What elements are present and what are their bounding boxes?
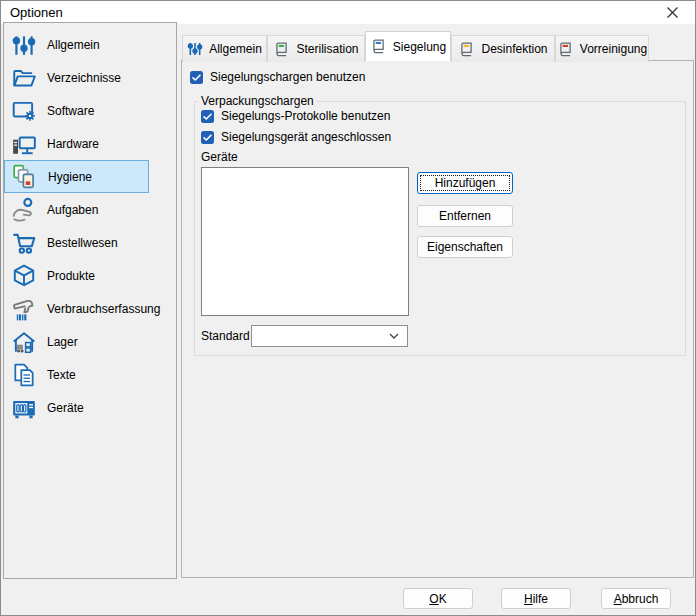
- checkbox-checked-icon: [201, 110, 214, 123]
- devices-label: Geräte: [201, 150, 238, 164]
- checkbox-siegelungschargen[interactable]: Siegelungschargen benutzen: [190, 70, 365, 84]
- ok-button-label: OK: [429, 592, 446, 606]
- remove-button[interactable]: Entfernen: [417, 205, 513, 227]
- sidebar-item-bestellwesen[interactable]: Bestellwesen: [4, 226, 149, 259]
- sidebar-item-label: Hygiene: [48, 170, 92, 184]
- tab-vorreinigung[interactable]: Vorreinigung: [555, 35, 649, 62]
- verpackungschargen-group: Verpackungschargen Siegelungs-Protokolle…: [194, 101, 686, 356]
- close-icon: [667, 7, 678, 18]
- machine-icon: [9, 394, 39, 421]
- add-button-label: Hinzufügen: [435, 176, 496, 190]
- sliders-icon: [187, 41, 203, 57]
- checkbox-checked-icon: [190, 71, 203, 84]
- folder-icon: [9, 64, 39, 91]
- tab-label: Siegelung: [393, 40, 446, 54]
- checkbox-checked-icon: [201, 131, 214, 144]
- sidebar-item-label: Software: [47, 104, 94, 118]
- sidebar-item-label: Aufgaben: [47, 203, 98, 217]
- checkbox-label: Siegelungs-Protokolle benutzen: [221, 109, 390, 123]
- standard-label: Standard: [201, 329, 250, 343]
- warehouse-icon: [9, 328, 39, 355]
- book-icon: [458, 41, 475, 58]
- tab-label: Allgemein: [209, 42, 262, 56]
- tab-siegelung[interactable]: Siegelung: [365, 31, 451, 61]
- close-button[interactable]: [650, 1, 695, 24]
- tab-desinfektion[interactable]: Desinfektion: [451, 35, 555, 62]
- group-title: Verpackungschargen: [198, 94, 317, 108]
- sidebar-item-label: Allgemein: [47, 38, 100, 52]
- sidebar-item-label: Produkte: [47, 269, 95, 283]
- sidebar-item-label: Lager: [47, 335, 78, 349]
- options-dialog: Optionen Allgemein: [0, 0, 696, 616]
- sidebar-item-lager[interactable]: Lager: [4, 325, 149, 358]
- checkbox-geraet-angeschlossen[interactable]: Siegelungsgerät angeschlossen: [201, 130, 391, 144]
- ok-button[interactable]: OK: [403, 588, 473, 609]
- properties-button[interactable]: Eigenschaften: [417, 236, 513, 258]
- person-hand-icon: [9, 196, 39, 223]
- sidebar-item-aufgaben[interactable]: Aufgaben: [4, 193, 149, 226]
- computer-icon: [9, 130, 39, 157]
- sidebar-item-label: Hardware: [47, 137, 99, 151]
- cancel-button[interactable]: Abbruch: [601, 588, 671, 609]
- help-button-label: Hilfe: [524, 592, 548, 606]
- book-icon: [273, 41, 290, 58]
- help-button[interactable]: Hilfe: [501, 588, 571, 609]
- tab-allgemein[interactable]: Allgemein: [182, 35, 267, 62]
- siegelung-tab-page: Siegelungschargen benutzen Verpackungsch…: [181, 60, 694, 578]
- sidebar-item-verzeichnisse[interactable]: Verzeichnisse: [4, 61, 149, 94]
- category-sidebar: Allgemein Verzeichnisse: [3, 22, 177, 579]
- devices-listbox[interactable]: [201, 167, 409, 316]
- window-title: Optionen: [10, 1, 63, 24]
- sidebar-item-software[interactable]: Software: [4, 94, 149, 127]
- checkbox-protokolle[interactable]: Siegelungs-Protokolle benutzen: [201, 109, 390, 123]
- sidebar-item-produkte[interactable]: Produkte: [4, 259, 149, 292]
- remove-button-label: Entfernen: [439, 209, 491, 223]
- checkbox-label: Siegelungschargen benutzen: [210, 70, 365, 84]
- add-button[interactable]: Hinzufügen: [417, 172, 513, 194]
- sidebar-item-hardware[interactable]: Hardware: [4, 127, 149, 160]
- sidebar-item-geraete[interactable]: Geräte: [4, 391, 149, 424]
- tab-label: Sterilisation: [296, 42, 358, 56]
- tab-label: Desinfektion: [481, 42, 547, 56]
- checkbox-label: Siegelungsgerät angeschlossen: [221, 130, 391, 144]
- scanner-barcode-icon: [9, 295, 39, 322]
- sidebar-item-hygiene[interactable]: Hygiene: [4, 160, 149, 193]
- sidebar-item-label: Bestellwesen: [47, 236, 118, 250]
- tab-strip: Allgemein Sterilisation Siegelung Desinf…: [182, 33, 649, 61]
- chevron-down-icon: [389, 333, 399, 339]
- book-icon: [557, 41, 574, 58]
- cart-icon: [9, 229, 39, 256]
- tab-sterilisation[interactable]: Sterilisation: [267, 35, 365, 62]
- cards-icon: [10, 163, 40, 190]
- cancel-button-label: Abbruch: [614, 592, 659, 606]
- sidebar-item-label: Verzeichnisse: [47, 71, 121, 85]
- properties-button-label: Eigenschaften: [427, 240, 503, 254]
- standard-combobox[interactable]: [251, 325, 408, 347]
- tab-label: Vorreinigung: [580, 42, 647, 56]
- window-gear-icon: [9, 97, 39, 124]
- book-icon: [370, 38, 387, 55]
- documents-icon: [9, 361, 39, 388]
- sidebar-item-label: Verbrauchserfassung: [47, 302, 160, 316]
- sliders-icon: [9, 31, 39, 58]
- sidebar-item-label: Geräte: [47, 401, 84, 415]
- sidebar-item-texte[interactable]: Texte: [4, 358, 149, 391]
- titlebar: Optionen: [1, 1, 695, 24]
- sidebar-item-verbrauchserfassung[interactable]: Verbrauchserfassung: [4, 292, 149, 325]
- cube-icon: [9, 262, 39, 289]
- sidebar-item-label: Texte: [47, 368, 76, 382]
- sidebar-item-allgemein[interactable]: Allgemein: [4, 28, 149, 61]
